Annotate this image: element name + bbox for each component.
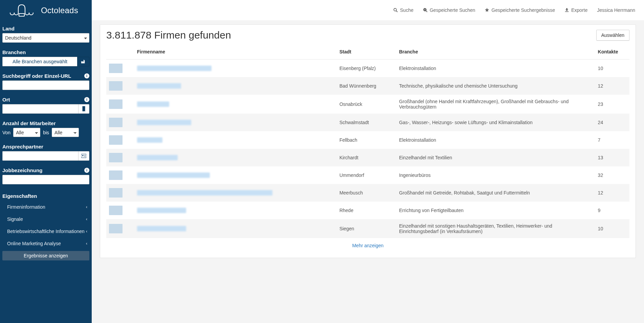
nav-saved-results[interactable]: Gespeicherte Suchergebnisse xyxy=(485,7,555,13)
page-title: 3.811.878 Firmen gefunden xyxy=(106,29,231,41)
table-row[interactable]: Siegen Einzelhandel mit sonstigen Hausha… xyxy=(106,219,629,238)
cell-branche: Elektroinstallation xyxy=(396,131,595,149)
company-name-blurred xyxy=(137,226,186,231)
nav-exports[interactable]: Exporte xyxy=(564,7,587,13)
table-row[interactable]: Rhede Errichtung von Fertigteilbauten 9 xyxy=(106,202,629,219)
select-button[interactable]: Auswählen xyxy=(596,30,630,41)
company-thumb xyxy=(109,81,123,91)
cell-kontakte: 12 xyxy=(595,184,629,202)
show-results-button[interactable]: Ergebnisse anzeigen xyxy=(2,251,89,260)
acc-label: Signale xyxy=(7,216,23,222)
cell-city: Schwalmstadt xyxy=(337,114,396,131)
chevron-left-icon: ‹ xyxy=(86,217,87,222)
cell-branche: Einzelhandel mit Textilien xyxy=(396,149,595,166)
cell-kontakte: 12 xyxy=(595,77,629,95)
brand-name: Octoleads xyxy=(41,6,78,15)
th-city: Stadt xyxy=(337,44,396,60)
vcard-icon[interactable] xyxy=(78,151,89,161)
job-label: Jobbezeichnung xyxy=(2,167,42,173)
nav-saved-searches[interactable]: Gespeicherte Suchen xyxy=(423,7,475,13)
cell-city: Eisenberg (Pfalz) xyxy=(337,60,396,77)
company-name-blurred xyxy=(137,137,162,143)
cell-city: Rhede xyxy=(337,202,396,219)
cell-city: Osnabrück xyxy=(337,95,396,114)
country-select[interactable]: Deutschland xyxy=(2,33,89,43)
search-term-input[interactable] xyxy=(2,80,89,90)
company-thumb xyxy=(109,206,123,215)
employees-to-select[interactable]: Alle xyxy=(52,128,79,137)
cell-kontakte: 10 xyxy=(595,219,629,238)
cell-branche: Technische, physikalische und chemische … xyxy=(396,77,595,95)
cell-kontakte: 9 xyxy=(595,202,629,219)
chevron-left-icon: ‹ xyxy=(86,241,87,246)
cell-city: Meerbusch xyxy=(337,184,396,202)
search-term-label: Suchbegriff oder Einzel-URL xyxy=(2,73,71,79)
main: Suche Gespeicherte Suchen Gespeicherte S… xyxy=(92,0,644,323)
info-icon[interactable]: i xyxy=(84,168,89,173)
search-icon xyxy=(393,8,398,13)
cell-kontakte: 24 xyxy=(595,114,629,131)
company-thumb xyxy=(109,99,123,109)
industry-icon[interactable] xyxy=(77,57,89,66)
table-row[interactable]: Ummendorf Ingenieurbüros 32 xyxy=(106,166,629,184)
company-thumb xyxy=(109,224,123,233)
star-icon xyxy=(485,8,489,13)
nav-search[interactable]: Suche xyxy=(393,7,414,13)
info-icon[interactable]: i xyxy=(84,97,89,102)
topbar: Suche Gespeicherte Suchen Gespeicherte S… xyxy=(92,0,644,20)
location-input[interactable] xyxy=(2,104,78,114)
cell-city: Fellbach xyxy=(337,131,396,149)
cell-city: Bad Wünnenberg xyxy=(337,77,396,95)
acc-label: Online Marketing Analyse xyxy=(7,241,61,246)
logo[interactable]: Octoleads xyxy=(6,3,85,18)
svg-rect-4 xyxy=(84,156,86,157)
table-row[interactable]: Kirchardt Einzelhandel mit Textilien 13 xyxy=(106,149,629,166)
table-row[interactable]: Meerbusch Großhandel mit Getreide, Rohta… xyxy=(106,184,629,202)
contact-label: Ansprechpartner xyxy=(2,144,89,149)
acc-item[interactable]: Betriebswirtschaftliche Informationen‹ xyxy=(2,225,89,237)
table-row[interactable]: Bad Wünnenberg Technische, physikalische… xyxy=(106,77,629,95)
employees-from-select[interactable]: Alle xyxy=(13,128,40,137)
cell-branche: Errichtung von Fertigteilbauten xyxy=(396,202,595,219)
table-row[interactable]: Eisenberg (Pfalz) Elektroinstallation 10 xyxy=(106,60,629,77)
company-name-blurred xyxy=(137,120,191,125)
cell-branche: Einzelhandel mit sonstigen Haushaltsgerä… xyxy=(396,219,595,238)
chevron-left-icon: ‹ xyxy=(86,229,87,234)
results-table: Firmenname Stadt Branche Kontakte Eisenb… xyxy=(106,44,629,238)
results-card: 3.811.878 Firmen gefunden Auswählen Firm… xyxy=(100,24,636,258)
company-name-blurred xyxy=(137,101,169,107)
company-thumb xyxy=(109,153,123,162)
acc-item[interactable]: Online Marketing Analyse‹ xyxy=(2,237,89,250)
ort-label: Ort xyxy=(2,97,10,102)
table-row[interactable]: Osnabrück Großhandel (ohne Handel mit Kr… xyxy=(106,95,629,114)
svg-rect-1 xyxy=(81,154,86,158)
cell-branche: Großhandel mit Getreide, Rohtabak, Saatg… xyxy=(396,184,595,202)
branchen-label: Branchen xyxy=(2,49,89,55)
more-link[interactable]: Mehr anzeigen xyxy=(106,238,629,253)
branches-button[interactable]: Alle Branchen ausgewählt xyxy=(2,57,77,66)
company-thumb xyxy=(109,170,123,180)
cell-branche: Großhandel (ohne Handel mit Kraftfahrzeu… xyxy=(396,95,595,114)
download-icon xyxy=(564,8,569,13)
table-row[interactable]: Schwalmstadt Gas-, Wasser-, Heizungs- so… xyxy=(106,114,629,131)
cell-branche: Ingenieurbüros xyxy=(396,166,595,184)
company-thumb xyxy=(109,64,123,73)
table-row[interactable]: Fellbach Elektroinstallation 7 xyxy=(106,131,629,149)
map-marker-icon[interactable] xyxy=(78,104,89,114)
properties-heading: Eigenschaften xyxy=(2,193,89,199)
acc-item[interactable]: Signale‹ xyxy=(2,213,89,225)
sidebar: Octoleads Land Deutschland Branchen Alle… xyxy=(0,0,92,323)
employees-label: Anzahl der Mitarbeiter xyxy=(2,120,89,126)
contact-input[interactable] xyxy=(2,151,78,161)
job-input[interactable] xyxy=(2,175,89,184)
company-name-blurred xyxy=(137,155,178,160)
cell-branche: Elektroinstallation xyxy=(396,60,595,77)
acc-item[interactable]: Firmeninformation‹ xyxy=(2,201,89,213)
info-icon[interactable]: i xyxy=(84,73,89,78)
user-menu[interactable]: Jessica Herrmann xyxy=(597,7,635,13)
cell-kontakte: 10 xyxy=(595,60,629,77)
company-thumb xyxy=(109,135,123,145)
cell-kontakte: 32 xyxy=(595,166,629,184)
th-branche: Branche xyxy=(396,44,595,60)
von-label: Von xyxy=(2,130,10,135)
